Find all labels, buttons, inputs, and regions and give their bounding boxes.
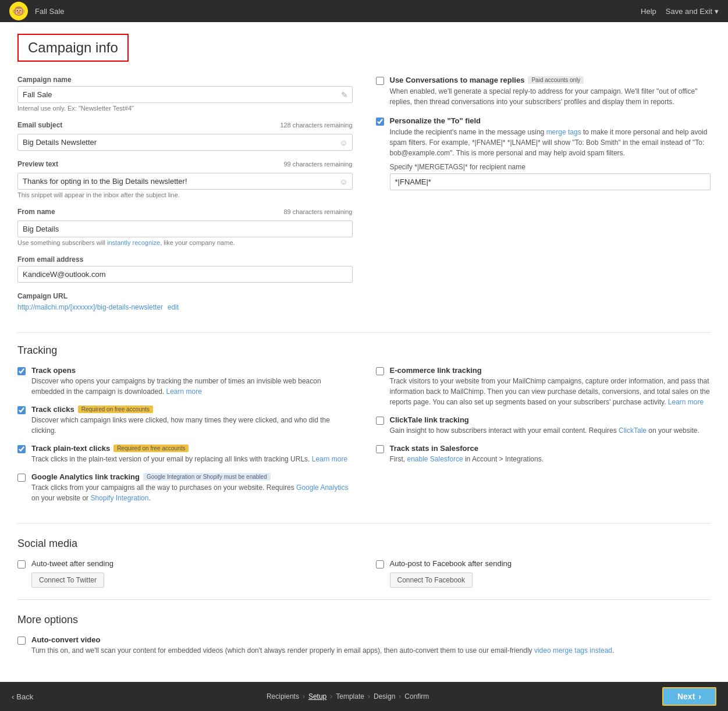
step-template[interactable]: Template bbox=[336, 692, 364, 701]
track-clicks-title: Track clicks Required on free accounts bbox=[31, 405, 353, 414]
google-analytics-badge: Google Integration or Shopify must be en… bbox=[143, 473, 271, 481]
campaign-name-input[interactable] bbox=[17, 86, 353, 103]
preview-text-input-wrap: ☺ bbox=[17, 173, 353, 190]
track-opens-desc: Discover who opens your campaigns by tra… bbox=[31, 376, 353, 397]
twitter-item: Auto-tweet after sending Connect To Twit… bbox=[17, 559, 353, 588]
auto-convert-checkbox[interactable] bbox=[17, 637, 26, 645]
step-sep-4: › bbox=[399, 692, 401, 701]
facebook-item: Auto-post to Facebook after sending Conn… bbox=[376, 559, 711, 588]
from-name-hint: Use something subscribers will instantly… bbox=[17, 239, 353, 246]
step-setup[interactable]: Setup bbox=[308, 692, 326, 701]
step-sep-1: › bbox=[303, 692, 305, 701]
campaign-url-label: Campaign URL bbox=[17, 292, 353, 300]
track-opens-title: Track opens bbox=[31, 366, 353, 375]
track-plain-learn-more[interactable]: Learn more bbox=[312, 455, 347, 463]
merge-tag-input[interactable] bbox=[390, 173, 711, 190]
personalize-option: Personalize the "To" field Include the r… bbox=[376, 116, 711, 190]
enable-salesforce-link[interactable]: enable Salesforce bbox=[407, 455, 463, 463]
workflow-steps: Recipients › Setup › Template › Design ›… bbox=[267, 692, 429, 701]
video-merge-tags-link[interactable]: video merge tags instead bbox=[534, 646, 612, 655]
emoji-icon[interactable]: ☺ bbox=[339, 138, 347, 147]
google-analytics-link[interactable]: Google Analytics bbox=[296, 484, 348, 492]
from-name-field: From name 89 characters remaining Use so… bbox=[17, 208, 353, 246]
preview-text-hint: This snippet will appear in the inbox af… bbox=[17, 191, 353, 198]
social-divider bbox=[17, 523, 711, 524]
nav-left: 🐵 Fall Sale bbox=[9, 2, 65, 20]
social-media-section: Social media Auto-tweet after sending Co… bbox=[17, 538, 711, 588]
campaign-name-label: Campaign name bbox=[17, 76, 353, 84]
auto-convert-desc: Turn this on, and we'll scan your conten… bbox=[31, 645, 614, 656]
preview-text-input[interactable] bbox=[17, 173, 353, 190]
google-analytics-item: Google Analytics link tracking Google In… bbox=[17, 472, 353, 503]
merge-tags-link[interactable]: merge tags bbox=[546, 128, 581, 136]
track-opens-learn-more[interactable]: Learn more bbox=[166, 388, 202, 396]
email-subject-label: Email subject bbox=[17, 121, 62, 129]
conversations-option: Use Conversations to manage replies Paid… bbox=[376, 76, 711, 107]
campaign-url-edit-link[interactable]: edit bbox=[168, 303, 179, 311]
google-analytics-title: Google Analytics link tracking Google In… bbox=[31, 472, 353, 481]
facebook-title: Auto-post to Facebook after sending bbox=[390, 559, 512, 568]
ecommerce-learn-more[interactable]: Learn more bbox=[668, 398, 704, 406]
help-link[interactable]: Help bbox=[641, 7, 656, 16]
ecommerce-title: E-commerce link tracking bbox=[390, 366, 711, 375]
personalize-checkbox[interactable] bbox=[376, 118, 384, 126]
logo: 🐵 bbox=[9, 2, 28, 20]
connect-twitter-button[interactable]: Connect To Twitter bbox=[31, 573, 104, 588]
ecommerce-checkbox[interactable] bbox=[376, 367, 384, 375]
campaign-url-value: http://mailchi.mp/[xxxxxx]/big-details-n… bbox=[17, 303, 353, 311]
from-email-label: From email address bbox=[17, 255, 353, 264]
track-plain-desc: Track clicks in the plain-text version o… bbox=[31, 454, 347, 464]
back-button[interactable]: ‹ Back bbox=[12, 692, 33, 701]
campaign-url-field: Campaign URL http://mailchi.mp/[xxxxxx]/… bbox=[17, 292, 353, 311]
main-content: Campaign info Campaign name ✎ Internal u… bbox=[0, 22, 728, 710]
ecommerce-item: E-commerce link tracking Track visitors … bbox=[376, 366, 711, 407]
from-email-input[interactable] bbox=[17, 266, 353, 283]
right-column: Use Conversations to manage replies Paid… bbox=[376, 76, 711, 321]
personalize-specify-label: Specify *|MERGETAGS|* for recipient name bbox=[390, 163, 711, 171]
tracking-heading: Tracking bbox=[17, 344, 711, 357]
top-nav: 🐵 Fall Sale Help Save and Exit ▾ bbox=[0, 0, 728, 22]
track-opens-item: Track opens Discover who opens your camp… bbox=[17, 366, 353, 397]
email-subject-char-count: 128 characters remaining bbox=[280, 122, 352, 129]
twitter-checkbox[interactable] bbox=[17, 560, 26, 568]
email-subject-input[interactable] bbox=[17, 134, 353, 151]
more-options-divider bbox=[17, 599, 711, 600]
email-subject-field: Email subject 128 characters remaining ☺ bbox=[17, 121, 353, 151]
campaign-info-form: Campaign name ✎ Internal use only. Ex: "… bbox=[17, 76, 711, 321]
personalize-tags-box: Specify *|MERGETAGS|* for recipient name bbox=[390, 163, 711, 190]
salesforce-checkbox[interactable] bbox=[376, 445, 384, 453]
conversations-title: Use Conversations to manage replies Paid… bbox=[390, 76, 711, 84]
step-recipients[interactable]: Recipients bbox=[267, 692, 299, 701]
google-analytics-desc: Track clicks from your campaigns all the… bbox=[31, 482, 353, 503]
next-button[interactable]: Next › bbox=[662, 687, 716, 706]
edit-icon: ✎ bbox=[341, 90, 348, 99]
track-clicks-item: Track clicks Required on free accounts D… bbox=[17, 405, 353, 436]
clicktale-link[interactable]: ClickTale bbox=[619, 426, 647, 435]
tracking-right: E-commerce link tracking Track visitors … bbox=[376, 366, 711, 511]
emoji-icon-2[interactable]: ☺ bbox=[339, 177, 347, 186]
clicktale-checkbox[interactable] bbox=[376, 417, 384, 425]
step-confirm[interactable]: Confirm bbox=[404, 692, 429, 701]
salesforce-item: Track stats in Salesforce First, enable … bbox=[376, 444, 711, 464]
google-analytics-checkbox[interactable] bbox=[17, 474, 26, 482]
step-design[interactable]: Design bbox=[374, 692, 395, 701]
facebook-checkbox[interactable] bbox=[376, 560, 384, 568]
track-opens-checkbox[interactable] bbox=[17, 367, 26, 375]
clicktale-desc: Gain insight to how subscribers interact… bbox=[390, 425, 699, 436]
connect-facebook-button[interactable]: Connect To Facebook bbox=[390, 573, 473, 588]
conversations-desc: When enabled, we'll generate a special r… bbox=[390, 86, 711, 107]
salesforce-title: Track stats in Salesforce bbox=[390, 444, 544, 453]
track-plain-title: Track plain-text clicks Required on free… bbox=[31, 444, 347, 453]
conversations-checkbox[interactable] bbox=[376, 77, 384, 85]
from-name-label: From name bbox=[17, 208, 55, 216]
preview-text-label: Preview text bbox=[17, 160, 58, 168]
campaign-url-link[interactable]: http://mailchi.mp/[xxxxxx]/big-details-n… bbox=[17, 303, 163, 311]
shopify-link[interactable]: Shopify Integration bbox=[90, 494, 148, 502]
from-name-input[interactable] bbox=[17, 221, 353, 237]
track-plain-checkbox[interactable] bbox=[17, 445, 26, 453]
save-exit-button[interactable]: Save and Exit ▾ bbox=[666, 7, 719, 16]
track-clicks-desc: Discover which campaign links were click… bbox=[31, 415, 353, 436]
personalize-desc: Include the recipient's name in the mess… bbox=[390, 127, 711, 158]
personalize-title: Personalize the "To" field bbox=[390, 116, 711, 125]
track-clicks-checkbox[interactable] bbox=[17, 406, 26, 414]
